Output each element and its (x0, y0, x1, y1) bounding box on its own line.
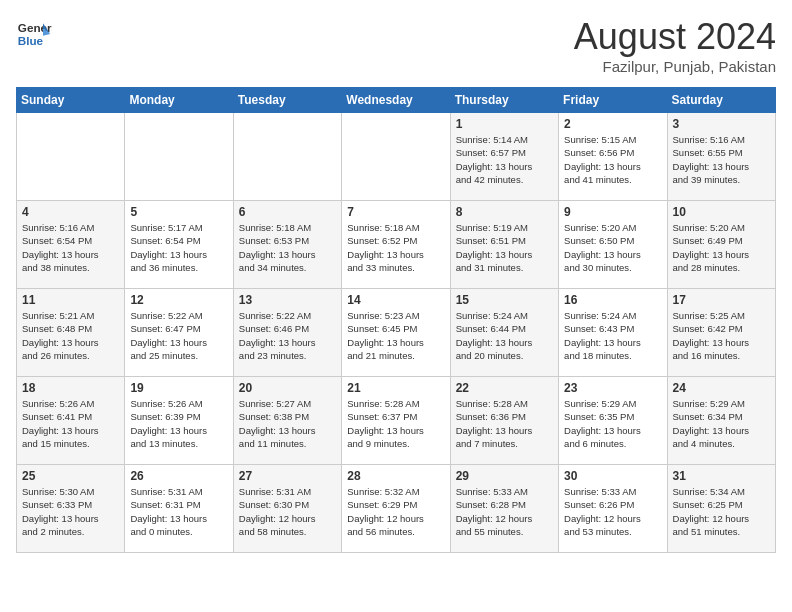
day-number: 17 (673, 293, 770, 307)
weekday-header: Thursday (450, 88, 558, 113)
cell-info: Sunrise: 5:33 AM Sunset: 6:28 PM Dayligh… (456, 485, 553, 538)
calendar-cell: 18Sunrise: 5:26 AM Sunset: 6:41 PM Dayli… (17, 377, 125, 465)
day-number: 9 (564, 205, 661, 219)
cell-info: Sunrise: 5:20 AM Sunset: 6:49 PM Dayligh… (673, 221, 770, 274)
day-number: 12 (130, 293, 227, 307)
svg-text:Blue: Blue (18, 34, 44, 47)
cell-info: Sunrise: 5:34 AM Sunset: 6:25 PM Dayligh… (673, 485, 770, 538)
day-number: 4 (22, 205, 119, 219)
day-number: 10 (673, 205, 770, 219)
weekday-header-row: SundayMondayTuesdayWednesdayThursdayFrid… (17, 88, 776, 113)
calendar-cell: 17Sunrise: 5:25 AM Sunset: 6:42 PM Dayli… (667, 289, 775, 377)
day-number: 20 (239, 381, 336, 395)
calendar-cell: 3Sunrise: 5:16 AM Sunset: 6:55 PM Daylig… (667, 113, 775, 201)
calendar-cell: 8Sunrise: 5:19 AM Sunset: 6:51 PM Daylig… (450, 201, 558, 289)
cell-info: Sunrise: 5:22 AM Sunset: 6:46 PM Dayligh… (239, 309, 336, 362)
cell-info: Sunrise: 5:17 AM Sunset: 6:54 PM Dayligh… (130, 221, 227, 274)
day-number: 23 (564, 381, 661, 395)
calendar-cell: 6Sunrise: 5:18 AM Sunset: 6:53 PM Daylig… (233, 201, 341, 289)
day-number: 31 (673, 469, 770, 483)
day-number: 19 (130, 381, 227, 395)
cell-info: Sunrise: 5:15 AM Sunset: 6:56 PM Dayligh… (564, 133, 661, 186)
weekday-header: Friday (559, 88, 667, 113)
calendar-cell: 9Sunrise: 5:20 AM Sunset: 6:50 PM Daylig… (559, 201, 667, 289)
calendar-cell: 29Sunrise: 5:33 AM Sunset: 6:28 PM Dayli… (450, 465, 558, 553)
day-number: 1 (456, 117, 553, 131)
day-number: 14 (347, 293, 444, 307)
calendar-cell: 13Sunrise: 5:22 AM Sunset: 6:46 PM Dayli… (233, 289, 341, 377)
day-number: 30 (564, 469, 661, 483)
day-number: 11 (22, 293, 119, 307)
cell-info: Sunrise: 5:22 AM Sunset: 6:47 PM Dayligh… (130, 309, 227, 362)
day-number: 13 (239, 293, 336, 307)
logo: General Blue (16, 16, 52, 52)
calendar-cell (125, 113, 233, 201)
calendar-cell: 22Sunrise: 5:28 AM Sunset: 6:36 PM Dayli… (450, 377, 558, 465)
day-number: 26 (130, 469, 227, 483)
cell-info: Sunrise: 5:16 AM Sunset: 6:54 PM Dayligh… (22, 221, 119, 274)
calendar-week-row: 4Sunrise: 5:16 AM Sunset: 6:54 PM Daylig… (17, 201, 776, 289)
day-number: 2 (564, 117, 661, 131)
day-number: 21 (347, 381, 444, 395)
weekday-header: Sunday (17, 88, 125, 113)
calendar-cell: 31Sunrise: 5:34 AM Sunset: 6:25 PM Dayli… (667, 465, 775, 553)
calendar-cell: 11Sunrise: 5:21 AM Sunset: 6:48 PM Dayli… (17, 289, 125, 377)
cell-info: Sunrise: 5:33 AM Sunset: 6:26 PM Dayligh… (564, 485, 661, 538)
calendar-cell: 2Sunrise: 5:15 AM Sunset: 6:56 PM Daylig… (559, 113, 667, 201)
weekday-header: Tuesday (233, 88, 341, 113)
cell-info: Sunrise: 5:24 AM Sunset: 6:43 PM Dayligh… (564, 309, 661, 362)
calendar-cell: 27Sunrise: 5:31 AM Sunset: 6:30 PM Dayli… (233, 465, 341, 553)
calendar-cell: 12Sunrise: 5:22 AM Sunset: 6:47 PM Dayli… (125, 289, 233, 377)
day-number: 16 (564, 293, 661, 307)
title-block: August 2024 Fazilpur, Punjab, Pakistan (574, 16, 776, 75)
day-number: 8 (456, 205, 553, 219)
calendar-cell: 21Sunrise: 5:28 AM Sunset: 6:37 PM Dayli… (342, 377, 450, 465)
day-number: 25 (22, 469, 119, 483)
calendar-cell: 15Sunrise: 5:24 AM Sunset: 6:44 PM Dayli… (450, 289, 558, 377)
day-number: 27 (239, 469, 336, 483)
cell-info: Sunrise: 5:23 AM Sunset: 6:45 PM Dayligh… (347, 309, 444, 362)
cell-info: Sunrise: 5:18 AM Sunset: 6:52 PM Dayligh… (347, 221, 444, 274)
calendar-cell: 10Sunrise: 5:20 AM Sunset: 6:49 PM Dayli… (667, 201, 775, 289)
cell-info: Sunrise: 5:32 AM Sunset: 6:29 PM Dayligh… (347, 485, 444, 538)
weekday-header: Monday (125, 88, 233, 113)
calendar-week-row: 1Sunrise: 5:14 AM Sunset: 6:57 PM Daylig… (17, 113, 776, 201)
calendar-cell: 23Sunrise: 5:29 AM Sunset: 6:35 PM Dayli… (559, 377, 667, 465)
cell-info: Sunrise: 5:18 AM Sunset: 6:53 PM Dayligh… (239, 221, 336, 274)
calendar-cell: 24Sunrise: 5:29 AM Sunset: 6:34 PM Dayli… (667, 377, 775, 465)
calendar-cell: 1Sunrise: 5:14 AM Sunset: 6:57 PM Daylig… (450, 113, 558, 201)
cell-info: Sunrise: 5:20 AM Sunset: 6:50 PM Dayligh… (564, 221, 661, 274)
calendar-cell: 19Sunrise: 5:26 AM Sunset: 6:39 PM Dayli… (125, 377, 233, 465)
location: Fazilpur, Punjab, Pakistan (574, 58, 776, 75)
logo-icon: General Blue (16, 16, 52, 52)
calendar-cell (17, 113, 125, 201)
day-number: 15 (456, 293, 553, 307)
calendar-cell: 26Sunrise: 5:31 AM Sunset: 6:31 PM Dayli… (125, 465, 233, 553)
weekday-header: Wednesday (342, 88, 450, 113)
day-number: 6 (239, 205, 336, 219)
day-number: 28 (347, 469, 444, 483)
cell-info: Sunrise: 5:28 AM Sunset: 6:37 PM Dayligh… (347, 397, 444, 450)
calendar-cell (342, 113, 450, 201)
calendar-cell: 28Sunrise: 5:32 AM Sunset: 6:29 PM Dayli… (342, 465, 450, 553)
cell-info: Sunrise: 5:26 AM Sunset: 6:39 PM Dayligh… (130, 397, 227, 450)
calendar-week-row: 25Sunrise: 5:30 AM Sunset: 6:33 PM Dayli… (17, 465, 776, 553)
weekday-header: Saturday (667, 88, 775, 113)
cell-info: Sunrise: 5:16 AM Sunset: 6:55 PM Dayligh… (673, 133, 770, 186)
cell-info: Sunrise: 5:28 AM Sunset: 6:36 PM Dayligh… (456, 397, 553, 450)
calendar-cell: 5Sunrise: 5:17 AM Sunset: 6:54 PM Daylig… (125, 201, 233, 289)
calendar-cell (233, 113, 341, 201)
day-number: 3 (673, 117, 770, 131)
cell-info: Sunrise: 5:31 AM Sunset: 6:31 PM Dayligh… (130, 485, 227, 538)
calendar-cell: 30Sunrise: 5:33 AM Sunset: 6:26 PM Dayli… (559, 465, 667, 553)
cell-info: Sunrise: 5:19 AM Sunset: 6:51 PM Dayligh… (456, 221, 553, 274)
day-number: 7 (347, 205, 444, 219)
cell-info: Sunrise: 5:27 AM Sunset: 6:38 PM Dayligh… (239, 397, 336, 450)
page-header: General Blue August 2024 Fazilpur, Punja… (16, 16, 776, 75)
cell-info: Sunrise: 5:30 AM Sunset: 6:33 PM Dayligh… (22, 485, 119, 538)
day-number: 5 (130, 205, 227, 219)
cell-info: Sunrise: 5:29 AM Sunset: 6:35 PM Dayligh… (564, 397, 661, 450)
calendar-week-row: 18Sunrise: 5:26 AM Sunset: 6:41 PM Dayli… (17, 377, 776, 465)
calendar-table: SundayMondayTuesdayWednesdayThursdayFrid… (16, 87, 776, 553)
calendar-week-row: 11Sunrise: 5:21 AM Sunset: 6:48 PM Dayli… (17, 289, 776, 377)
